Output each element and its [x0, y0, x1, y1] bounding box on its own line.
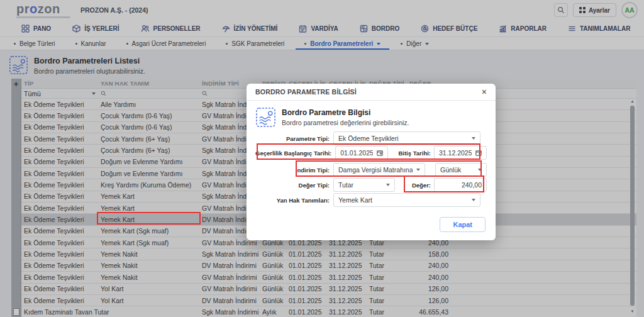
parametre-tipi-select[interactable]: Ek Ödeme Teşvikleri [333, 131, 480, 145]
yan-hak-select[interactable]: Yemek Kart [333, 193, 480, 207]
bitis-tarihi-label: Bitiş Tarihi: [398, 150, 434, 157]
close-icon[interactable]: × [482, 87, 487, 96]
modal-subtitle: Bordro parametresi değerlerini girebilir… [282, 119, 409, 126]
indirim-tipi-select[interactable]: Damga Vergisi Matrahına Uygulana... [333, 163, 425, 177]
chevron-down-icon [472, 137, 475, 140]
calendar-icon [475, 150, 482, 156]
chevron-down-icon [478, 169, 482, 171]
chevron-down-icon [386, 184, 390, 186]
chevron-down-icon [472, 199, 475, 201]
indirim-tipi-label: İndirim Tipi: [255, 167, 333, 174]
chevron-down-icon [416, 169, 420, 171]
periyod-select[interactable]: Günlük [435, 163, 487, 177]
deger-tipi-select[interactable]: Tutar [333, 178, 395, 192]
close-button[interactable]: Kapat [440, 217, 486, 232]
baslangic-date-input[interactable]: 01.01.2025 [335, 146, 388, 160]
payroll-stamp-icon [255, 107, 276, 128]
calendar-icon [377, 150, 383, 156]
modal-title: Bordro Parametre Bilgisi [282, 108, 409, 117]
deger-tipi-label: Değer Tipi: [255, 182, 333, 189]
app-window: prozon PROZON A.Ş. - (2024) Ayarlar AA P… [0, 0, 644, 317]
deger-input[interactable]: 240,00 [434, 178, 487, 192]
parametre-tipi-label: Parametre Tipi: [255, 135, 333, 142]
modal-header-title: BORDRO PARAMETRE BİLGİSİ [255, 88, 357, 96]
deger-label: Değer: [412, 182, 434, 189]
baslangic-tarihi-label: Geçerlilik Başlangıç Tarihi: [255, 150, 335, 157]
bitis-date-input[interactable]: 31.12.2025 [434, 146, 487, 160]
bordro-parametre-modal: BORDRO PARAMETRE BİLGİSİ × Bordro Parame… [247, 84, 496, 240]
yan-hak-tanimlari-label: Yan Hak Tanımları: [255, 197, 333, 204]
